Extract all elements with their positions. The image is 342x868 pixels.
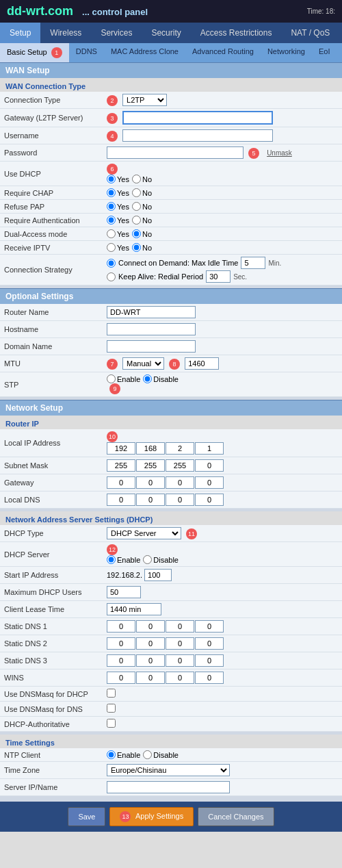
wins-4[interactable] xyxy=(195,672,224,684)
sdns3-2[interactable] xyxy=(136,654,165,667)
local-ip-1[interactable] xyxy=(107,442,135,455)
unmask-link[interactable]: Unmask xyxy=(267,149,292,157)
client-lease-input[interactable] xyxy=(107,603,161,615)
sub-tab-basic-setup[interactable]: Basic Setup 1 xyxy=(0,43,69,62)
wins-3[interactable] xyxy=(166,672,194,684)
use-dnsmasq-dhcp-checkbox[interactable] xyxy=(107,689,116,698)
nav-nat-qos[interactable]: NAT / QoS xyxy=(281,23,339,43)
router-name-input[interactable] xyxy=(107,306,196,318)
dhcp-type-select[interactable]: DHCP Server DHCP Forwarder Disabled xyxy=(107,527,181,539)
dual-no-radio[interactable] xyxy=(132,229,141,238)
cancel-button[interactable]: Cancel Changes xyxy=(198,807,274,826)
sdns3-4[interactable] xyxy=(195,654,224,667)
ntp-disable-label[interactable]: Disable xyxy=(143,750,179,759)
sdns2-4[interactable] xyxy=(195,637,224,650)
wins-1[interactable] xyxy=(107,672,135,684)
auth-yes-radio[interactable] xyxy=(107,216,116,225)
iptv-yes-label[interactable]: Yes xyxy=(107,243,129,252)
dhcp-enable-label[interactable]: Enable xyxy=(107,555,140,564)
stp-enable-label[interactable]: Enable xyxy=(107,374,140,383)
dns-2[interactable] xyxy=(136,494,165,506)
redial-period-input[interactable] xyxy=(206,270,231,283)
subnet-4[interactable] xyxy=(195,459,224,472)
stp-disable-label[interactable]: Disable xyxy=(143,374,179,383)
dhcp-yes-radio[interactable] xyxy=(107,175,116,183)
save-button[interactable]: Save xyxy=(68,807,105,826)
sub-tab-eoi[interactable]: EoI xyxy=(312,43,337,62)
chap-yes-label[interactable]: Yes xyxy=(107,188,129,197)
local-ip-4[interactable] xyxy=(195,442,224,455)
iptv-no-label[interactable]: No xyxy=(132,243,152,252)
domain-name-input[interactable] xyxy=(107,340,196,353)
gw-2[interactable] xyxy=(136,476,165,489)
dhcp-disable-radio[interactable] xyxy=(143,555,152,564)
iptv-no-radio[interactable] xyxy=(132,243,141,252)
stp-disable-radio[interactable] xyxy=(143,374,152,383)
nav-security[interactable]: Security xyxy=(142,23,190,43)
pap-yes-label[interactable]: Yes xyxy=(107,202,129,211)
username-input[interactable] xyxy=(122,129,273,142)
dhcp-authoritative-checkbox[interactable] xyxy=(107,719,116,728)
dns-1[interactable] xyxy=(107,494,135,506)
dns-3[interactable] xyxy=(166,494,194,506)
gw-3[interactable] xyxy=(166,476,194,489)
gw-1[interactable] xyxy=(107,476,135,489)
sub-tab-ddns[interactable]: DDNS xyxy=(69,43,104,62)
apply-button[interactable]: 13 Apply Settings xyxy=(109,807,194,826)
nav-setup[interactable]: Setup xyxy=(0,23,40,43)
max-dhcp-input[interactable] xyxy=(107,586,141,598)
dhcp-enable-radio[interactable] xyxy=(107,555,116,564)
chap-no-radio[interactable] xyxy=(132,188,141,197)
dhcp-no-radio[interactable] xyxy=(132,175,141,183)
pap-yes-radio[interactable] xyxy=(107,202,116,211)
nav-services[interactable]: Services xyxy=(91,23,142,43)
nav-wireless[interactable]: Wireless xyxy=(40,23,91,43)
sdns3-3[interactable] xyxy=(166,654,194,667)
mtu-select[interactable]: Manual Auto xyxy=(122,357,164,370)
sdns3-1[interactable] xyxy=(107,654,135,667)
sdns2-2[interactable] xyxy=(136,637,165,650)
dual-yes-radio[interactable] xyxy=(107,229,116,238)
sub-tab-advanced-routing[interactable]: Advanced Routing xyxy=(185,43,261,62)
ntp-disable-radio[interactable] xyxy=(143,750,152,759)
sdns2-3[interactable] xyxy=(166,637,194,650)
pap-no-label[interactable]: No xyxy=(132,202,152,211)
auth-no-label[interactable]: No xyxy=(132,216,152,225)
sdns1-1[interactable] xyxy=(107,620,135,633)
connection-type-select[interactable]: L2TP DHCP PPPoE Static IP PPTP xyxy=(122,94,167,106)
server-ip-input[interactable] xyxy=(107,781,230,793)
sdns1-2[interactable] xyxy=(136,620,165,633)
chap-no-label[interactable]: No xyxy=(132,188,152,197)
subnet-3[interactable] xyxy=(166,459,194,472)
ntp-enable-label[interactable]: Enable xyxy=(107,750,140,759)
wins-2[interactable] xyxy=(136,672,165,684)
ntp-enable-radio[interactable] xyxy=(107,750,116,759)
auth-no-radio[interactable] xyxy=(132,216,141,225)
timezone-select[interactable]: Europe/Chisinau xyxy=(107,764,230,776)
nav-adm[interactable]: Adm xyxy=(339,23,342,43)
connect-on-demand-radio[interactable] xyxy=(107,259,116,268)
sdns1-4[interactable] xyxy=(195,620,224,633)
use-dnsmasq-dns-checkbox[interactable] xyxy=(107,704,116,713)
max-idle-time-input[interactable] xyxy=(241,257,265,269)
local-ip-2[interactable] xyxy=(136,442,165,455)
subnet-2[interactable] xyxy=(136,459,165,472)
password-input[interactable] xyxy=(107,146,244,159)
auth-yes-label[interactable]: Yes xyxy=(107,216,129,225)
dual-no-label[interactable]: No xyxy=(132,229,152,238)
keep-alive-radio[interactable] xyxy=(107,272,116,281)
dhcp-disable-label[interactable]: Disable xyxy=(143,555,179,564)
local-ip-3[interactable] xyxy=(166,442,194,455)
pap-no-radio[interactable] xyxy=(132,202,141,211)
stp-enable-radio[interactable] xyxy=(107,374,116,383)
gw-4[interactable] xyxy=(195,476,224,489)
sdns1-3[interactable] xyxy=(166,620,194,633)
iptv-yes-radio[interactable] xyxy=(107,243,116,252)
chap-yes-radio[interactable] xyxy=(107,188,116,197)
nav-access-restrictions[interactable]: Access Restrictions xyxy=(191,23,282,43)
start-ip-end-input[interactable] xyxy=(144,569,172,581)
sub-tab-mac-clone[interactable]: MAC Address Clone xyxy=(104,43,185,62)
dual-yes-label[interactable]: Yes xyxy=(107,229,129,238)
subnet-1[interactable] xyxy=(107,459,135,472)
hostname-input[interactable] xyxy=(107,323,196,335)
